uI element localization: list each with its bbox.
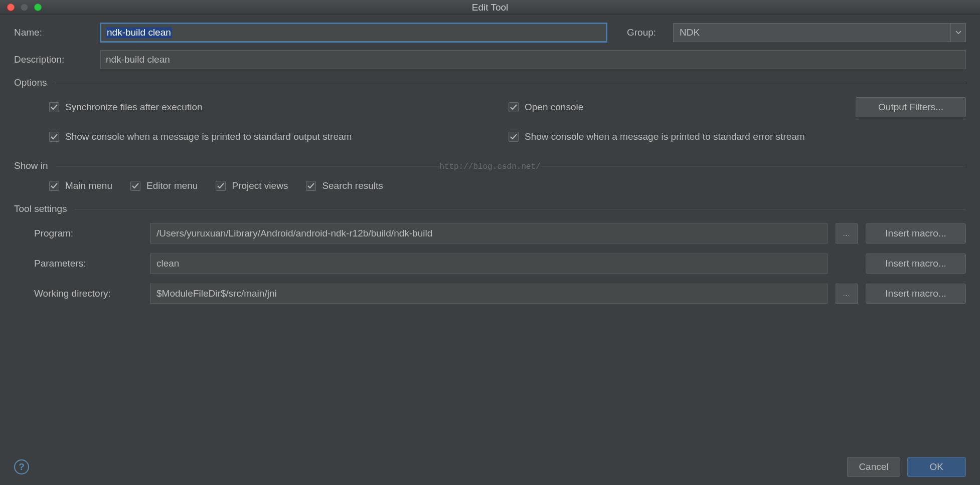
group-label: Group: <box>627 27 667 38</box>
working-dir-label: Working directory: <box>34 288 142 299</box>
divider <box>56 166 966 166</box>
open-console-checkbox[interactable] <box>509 102 519 112</box>
parameters-value: clean <box>156 258 179 269</box>
divider <box>55 83 966 83</box>
options-section-title: Options <box>14 77 47 88</box>
show-in-section-header: Show in <box>14 160 966 171</box>
show-in-section-title: Show in <box>14 160 48 171</box>
cancel-button[interactable]: Cancel <box>847 457 900 477</box>
open-console-label: Open console <box>525 102 583 113</box>
parameters-insert-macro-button[interactable]: Insert macro... <box>866 254 966 274</box>
show-stdout-label: Show console when a message is printed t… <box>65 131 352 142</box>
group-combobox[interactable]: NDK <box>673 23 966 42</box>
name-label: Name: <box>14 27 94 38</box>
sync-files-checkbox[interactable] <box>49 102 59 112</box>
sync-files-label: Synchronize files after execution <box>65 102 203 113</box>
show-stdout-checkbox[interactable] <box>49 132 59 142</box>
show-stderr-checkbox[interactable] <box>509 132 519 142</box>
program-insert-macro-button[interactable]: Insert macro... <box>866 223 966 244</box>
show-stderr-label: Show console when a message is printed t… <box>525 131 805 142</box>
main-menu-checkbox[interactable] <box>49 181 59 191</box>
project-views-checkbox[interactable] <box>216 181 226 191</box>
description-value: ndk-build clean <box>106 54 170 65</box>
parameters-label: Parameters: <box>34 258 142 269</box>
tool-settings-section-title: Tool settings <box>14 203 67 214</box>
working-dir-browse-button[interactable]: ... <box>836 284 858 304</box>
dialog-footer: ? Cancel OK <box>0 449 980 485</box>
search-results-checkbox[interactable] <box>306 181 316 191</box>
description-input[interactable]: ndk-build clean <box>100 50 966 69</box>
output-filters-button[interactable]: Output Filters... <box>856 97 966 117</box>
program-value: /Users/yuruxuan/Library/Android/android-… <box>156 228 432 239</box>
zoom-icon[interactable] <box>34 4 42 11</box>
working-dir-insert-macro-button[interactable]: Insert macro... <box>866 284 966 304</box>
ok-button[interactable]: OK <box>907 457 966 477</box>
titlebar: Edit Tool <box>0 0 980 15</box>
minimize-icon[interactable] <box>21 4 28 11</box>
divider <box>75 209 966 209</box>
project-views-label: Project views <box>232 180 288 191</box>
program-input[interactable]: /Users/yuruxuan/Library/Android/android-… <box>150 223 828 244</box>
description-label: Description: <box>14 54 94 65</box>
search-results-label: Search results <box>322 180 383 191</box>
program-browse-button[interactable]: ... <box>836 223 858 244</box>
program-label: Program: <box>34 228 142 239</box>
name-input[interactable]: ndk-build clean <box>100 23 607 42</box>
editor-menu-label: Editor menu <box>146 180 198 191</box>
name-value: ndk-build clean <box>106 27 172 38</box>
main-menu-label: Main menu <box>65 180 112 191</box>
close-icon[interactable] <box>7 4 15 11</box>
help-icon[interactable]: ? <box>14 459 29 474</box>
group-value: NDK <box>680 27 700 38</box>
window-title: Edit Tool <box>472 2 509 13</box>
traffic-lights <box>7 4 42 11</box>
parameters-input[interactable]: clean <box>150 254 828 274</box>
editor-menu-checkbox[interactable] <box>130 181 140 191</box>
tool-settings-section-header: Tool settings <box>14 203 966 214</box>
working-dir-value: $ModuleFileDir$/src/main/jni <box>156 288 277 299</box>
working-dir-input[interactable]: $ModuleFileDir$/src/main/jni <box>150 284 828 304</box>
chevron-down-icon <box>950 24 965 42</box>
options-section-header: Options <box>14 77 966 88</box>
